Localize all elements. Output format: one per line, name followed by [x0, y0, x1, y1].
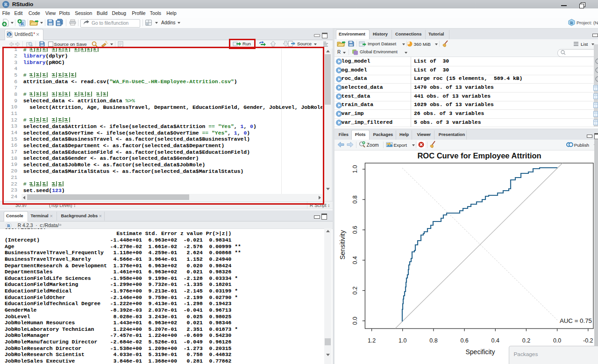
svg-text:0.0: 0.0: [553, 337, 561, 344]
svg-text:1.0: 1.0: [352, 165, 358, 173]
svg-text:1.2: 1.2: [368, 337, 376, 344]
svg-text:Specificity: Specificity: [465, 348, 495, 356]
svg-text:Sensitivity: Sensitivity: [339, 230, 346, 259]
svg-text:0.4: 0.4: [491, 337, 499, 344]
svg-text:0.8: 0.8: [352, 195, 358, 203]
svg-text:0.2: 0.2: [352, 286, 358, 294]
svg-text:R: R: [4, 2, 7, 7]
svg-text:0.8: 0.8: [429, 337, 437, 344]
svg-text:ROC Curve for Employee Attriti: ROC Curve for Employee Attrition: [417, 151, 541, 160]
svg-text:1.0: 1.0: [399, 337, 406, 344]
svg-text:R: R: [570, 21, 573, 25]
svg-text:R: R: [8, 33, 11, 37]
svg-text:0.0: 0.0: [352, 317, 358, 325]
svg-text:0.4: 0.4: [352, 256, 358, 264]
svg-text:0.6: 0.6: [460, 337, 468, 344]
svg-text:AUC = 0.75: AUC = 0.75: [560, 317, 592, 324]
svg-text:0.2: 0.2: [522, 337, 530, 344]
svg-text:-0.2: -0.2: [583, 337, 593, 344]
svg-text:0.6: 0.6: [352, 226, 358, 234]
svg-text:R: R: [7, 223, 10, 228]
